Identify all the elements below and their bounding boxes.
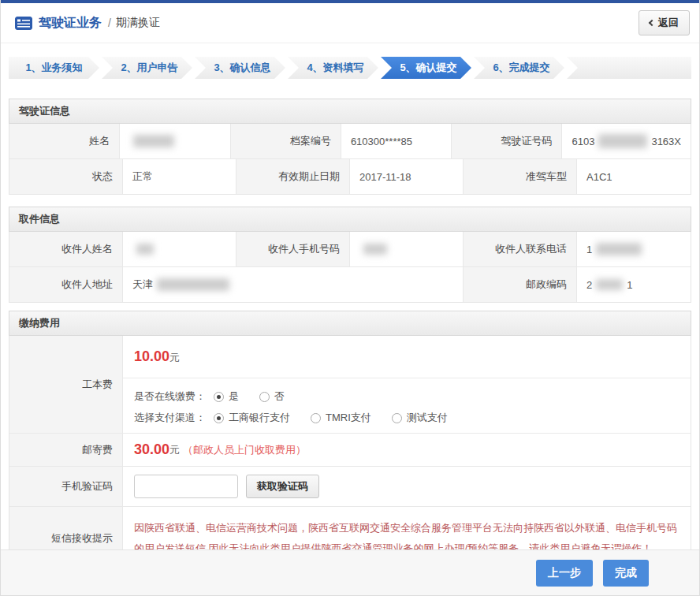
- breadcrumb-current: 期满换证: [116, 16, 160, 30]
- postage-fee-row: 邮寄费 30.00元 （邮政人员上门收取费用）: [9, 434, 691, 467]
- get-code-button[interactable]: 获取验证码: [246, 475, 319, 498]
- license-number-label: 驾驶证号码: [452, 124, 562, 158]
- license-info-table: 姓名 档案编号 610300****85 驾驶证号码 6103 3163X 状态…: [9, 124, 691, 195]
- recipient-phone-label: 收件人联系电话: [464, 232, 577, 266]
- postcode-value: 2 1: [577, 267, 691, 302]
- production-fee-value: 10.00元 是否在线缴费： 是 否: [123, 336, 691, 433]
- license-number-prefix: 6103: [572, 136, 594, 147]
- postcode-suffix: 1: [627, 279, 632, 291]
- fees-table: 工本费 10.00元 是否在线缴费： 是 否: [9, 336, 691, 571]
- channel-test-label: 测试支付: [407, 411, 448, 425]
- radio-unchecked-icon: [311, 413, 321, 423]
- valid-until-label: 有效期止日期: [236, 159, 350, 194]
- status-label: 状态: [9, 159, 123, 194]
- recipient-mobile-value: [350, 232, 464, 266]
- table-row: 状态 正常 有效期止日期 2017-11-18 准驾车型 A1C1: [9, 159, 691, 194]
- address-prefix: 天津: [132, 278, 153, 292]
- finish-button[interactable]: 完成: [603, 560, 649, 587]
- postcode-label: 邮政编码: [464, 267, 577, 302]
- recipient-name-value: [123, 232, 236, 266]
- pickup-info-section: 取件信息 收件人姓名 收件人手机号码 收件人联系电话 1 收件人地址 天津: [9, 207, 691, 303]
- postage-note: （邮政人员上门收取费用）: [183, 443, 306, 457]
- pickup-info-title: 取件信息: [9, 207, 691, 232]
- recipient-mobile-label: 收件人手机号码: [236, 232, 350, 266]
- breadcrumb-separator: /: [108, 17, 111, 29]
- vehicle-class-value: A1C1: [577, 159, 691, 194]
- table-row: 姓名 档案编号 610300****85 驾驶证号码 6103 3163X: [9, 124, 691, 159]
- online-yes-label: 是: [229, 389, 239, 404]
- vehicle-class-label: 准驾车型: [464, 159, 577, 194]
- production-fee-amount-line: 10.00元: [134, 344, 680, 368]
- production-fee-amount: 10.00: [134, 348, 169, 364]
- sms-code-input[interactable]: [134, 475, 238, 498]
- fees-section: 缴纳费用 工本费 10.00元 是否在线缴费： 是: [9, 311, 691, 571]
- redacted-recipient-mobile: [363, 244, 387, 255]
- online-no-label: 否: [274, 389, 285, 404]
- back-chevron-icon: [649, 20, 655, 26]
- postcode-prefix: 2: [586, 279, 592, 291]
- page-title: 驾驶证业务: [39, 15, 102, 32]
- step-wizard: 1、业务须知 2、用户申告 3、确认信息 4、资料填写 5、确认提交 6、完成提…: [9, 57, 691, 79]
- production-fee-unit: 元: [169, 352, 180, 363]
- valid-until-value: 2017-11-18: [350, 159, 464, 194]
- footer-action-bar: 上一步 完成: [1, 549, 699, 595]
- file-number-label: 档案编号: [231, 124, 341, 158]
- recipient-phone-prefix: 1: [586, 244, 592, 255]
- step-6-finish-submit: 6、完成提交: [474, 57, 564, 79]
- radio-checked-icon: [214, 413, 224, 423]
- radio-option-channel-icbc[interactable]: 工商银行支付: [214, 411, 290, 425]
- channel-icbc-label: 工商银行支付: [229, 411, 290, 425]
- name-value: [120, 124, 230, 158]
- divider: [123, 378, 691, 378]
- radio-option-channel-test[interactable]: 测试支付: [392, 411, 448, 425]
- redacted-name: [133, 135, 174, 147]
- sms-code-field-group: 获取验证码: [123, 467, 691, 506]
- file-number-value: 610300****85: [341, 124, 452, 158]
- address-label: 收件人地址: [9, 267, 123, 302]
- license-number-value: 6103 3163X: [562, 124, 691, 158]
- redacted-postcode: [596, 279, 623, 290]
- back-button-label: 返回: [658, 16, 679, 30]
- license-number-suffix: 3163X: [651, 136, 681, 147]
- pickup-info-table: 收件人姓名 收件人手机号码 收件人联系电话 1 收件人地址 天津 邮政编码 2: [9, 232, 691, 303]
- name-label: 姓名: [9, 124, 120, 158]
- radio-option-online-no[interactable]: 否: [259, 389, 285, 404]
- recipient-name-label: 收件人姓名: [9, 232, 123, 266]
- payment-channel-label: 选择支付渠道：: [134, 411, 206, 425]
- step-3-confirm-info: 3、确认信息: [195, 57, 285, 79]
- recipient-phone-value: 1: [577, 232, 691, 266]
- license-info-section: 驾驶证信息 姓名 档案编号 610300****85 驾驶证号码 6103 31…: [9, 99, 691, 195]
- license-business-icon: [15, 17, 32, 30]
- redacted-address: [157, 278, 229, 291]
- payment-channel-line: 选择支付渠道： 工商银行支付 TMRI支付 测试支付: [134, 411, 680, 425]
- redacted-recipient-name: [136, 244, 154, 255]
- redacted-recipient-phone: [596, 243, 642, 255]
- redacted-license-number: [598, 134, 647, 148]
- license-info-title: 驾驶证信息: [9, 99, 691, 124]
- radio-checked-icon: [214, 392, 224, 402]
- step-bar-filler: [567, 57, 691, 79]
- production-fee-label: 工本费: [9, 336, 123, 433]
- postage-amount: 30.00: [134, 441, 169, 458]
- address-value: 天津: [123, 267, 464, 302]
- status-value: 正常: [123, 159, 236, 194]
- step-2-user-declaration: 2、用户申告: [102, 57, 192, 79]
- postage-unit: 元: [169, 443, 180, 457]
- step-4-fill-data: 4、资料填写: [288, 57, 378, 79]
- back-button[interactable]: 返回: [639, 10, 690, 35]
- previous-step-button[interactable]: 上一步: [536, 560, 593, 587]
- page: 驾驶证业务 / 期满换证 返回 1、业务须知 2、用户申告 3、确认信息 4、资…: [0, 0, 700, 596]
- table-row: 收件人姓名 收件人手机号码 收件人联系电话 1: [9, 232, 691, 267]
- page-header: 驾驶证业务 / 期满换证 返回: [1, 3, 699, 43]
- production-fee-row: 工本费 10.00元 是否在线缴费： 是 否: [9, 336, 691, 434]
- table-row: 收件人地址 天津 邮政编码 2 1: [9, 267, 691, 302]
- radio-option-online-yes[interactable]: 是: [214, 389, 239, 404]
- radio-option-channel-tmri[interactable]: TMRI支付: [311, 411, 371, 425]
- postage-label: 邮寄费: [9, 434, 123, 466]
- sms-code-row: 手机验证码 获取验证码: [9, 467, 691, 507]
- sms-code-label: 手机验证码: [9, 467, 123, 506]
- online-payment-label: 是否在线缴费：: [134, 389, 206, 404]
- postage-value: 30.00元 （邮政人员上门收取费用）: [123, 434, 691, 466]
- radio-unchecked-icon: [259, 392, 270, 402]
- fees-title: 缴纳费用: [9, 311, 691, 336]
